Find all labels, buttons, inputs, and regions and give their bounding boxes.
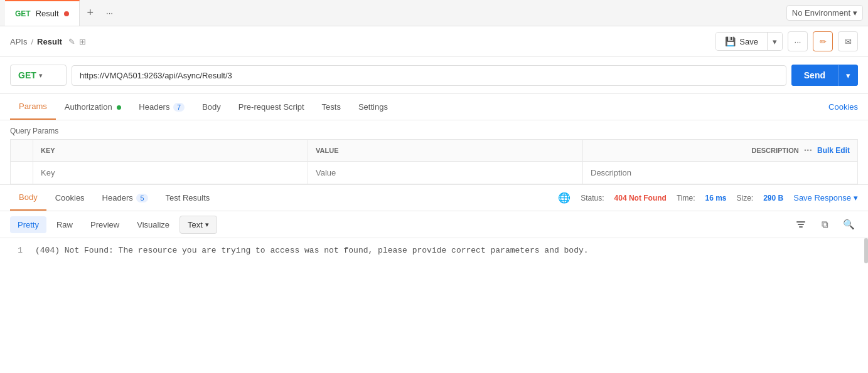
breadcrumb-parent[interactable]: APIs — [10, 37, 27, 46]
filter-icon — [796, 221, 805, 228]
search-icon: 🔍 — [843, 219, 855, 230]
scrollbar-track[interactable] — [864, 238, 868, 263]
toolbar: APIs / Result ✎ ⊞ 💾 Save ▾ ··· ✏ ✉ — [0, 26, 868, 57]
time-value: 16 ms — [705, 194, 726, 202]
copy-button[interactable]: ⧉ — [815, 215, 834, 234]
breadcrumb: APIs / Result ✎ ⊞ — [10, 37, 710, 46]
line-number: 1 — [10, 246, 23, 255]
format-actions: ⧉ 🔍 — [791, 215, 858, 234]
time-label: Time: — [677, 194, 695, 202]
response-tabs-bar: Body Cookies Headers 5 Test Results 🌐 St… — [0, 185, 868, 211]
new-tab-button[interactable]: + — [80, 0, 102, 26]
chevron-down-icon: ▾ — [854, 193, 858, 202]
authorization-dot — [117, 105, 121, 110]
active-tab[interactable]: GET Result — [5, 0, 80, 26]
send-dropdown-button[interactable]: ▾ — [838, 65, 858, 86]
breadcrumb-current: Result — [37, 37, 62, 46]
description-input[interactable] — [591, 168, 850, 177]
method-selector[interactable]: GET ▾ — [10, 65, 67, 86]
tab-authorization[interactable]: Authorization — [56, 95, 131, 119]
fmt-tab-pretty[interactable]: Pretty — [10, 216, 46, 233]
tab-params[interactable]: Params — [10, 94, 56, 120]
save-button-group: 💾 Save ▾ — [715, 32, 783, 51]
pencil-icon: ✏ — [820, 37, 827, 46]
resp-tab-cookies[interactable]: Cookies — [46, 186, 94, 210]
resp-tab-headers[interactable]: Headers 5 — [94, 186, 157, 210]
comment-button[interactable]: ✉ — [838, 31, 858, 51]
search-button[interactable]: 🔍 — [839, 215, 858, 234]
globe-icon: 🌐 — [558, 192, 571, 204]
request-tabs: Params Authorization Headers 7 Body Pre-… — [0, 94, 868, 120]
size-value: 290 B — [763, 194, 783, 202]
method-label: GET — [18, 70, 36, 80]
chevron-down-icon: ▾ — [205, 221, 209, 229]
copy-icon: ⧉ — [822, 219, 828, 230]
fmt-tab-raw[interactable]: Raw — [49, 216, 80, 233]
tab-title: Result — [36, 9, 59, 18]
save-response-button[interactable]: Save Response ▾ — [793, 193, 858, 202]
key-column-header: KEY — [33, 140, 308, 162]
format-bar: Pretty Raw Preview Visualize Text ▾ ⧉ 🔍 — [0, 211, 868, 238]
fmt-tab-visualize[interactable]: Visualize — [129, 216, 177, 233]
more-options-icon[interactable]: ··· — [804, 145, 812, 156]
url-input[interactable] — [72, 65, 786, 86]
chevron-down-icon: ▾ — [773, 37, 777, 46]
url-bar: GET ▾ Send ▾ — [0, 57, 868, 94]
save-button[interactable]: 💾 Save — [716, 33, 768, 50]
value-column-header: VALUE — [308, 140, 583, 162]
code-line: 1 (404) Not Found: The resource you are … — [10, 246, 858, 255]
edit-button[interactable]: ✏ — [813, 31, 833, 51]
query-params-label: Query Params — [10, 120, 858, 139]
comment-icon: ✉ — [845, 37, 852, 46]
resp-tab-body[interactable]: Body — [10, 185, 46, 211]
scrollbar-thumb[interactable] — [864, 238, 868, 263]
headers-badge: 7 — [173, 103, 185, 112]
fmt-tab-preview[interactable]: Preview — [83, 216, 127, 233]
edit-icon[interactable]: ✎ — [68, 37, 75, 46]
tab-settings[interactable]: Settings — [350, 95, 397, 119]
response-body: 1 (404) Not Found: The resource you are … — [0, 238, 868, 263]
link-icon[interactable]: ⊞ — [79, 37, 86, 46]
query-params-section: Query Params KEY VALUE DESCRIPTION ··· B… — [0, 120, 868, 184]
cookies-link[interactable]: Cookies — [828, 102, 858, 112]
description-column-header: DESCRIPTION ··· Bulk Edit — [583, 140, 858, 162]
tab-dot — [64, 11, 69, 16]
response-status: 🌐 Status: 404 Not Found Time: 16 ms Size… — [558, 192, 858, 204]
code-content: (404) Not Found: The resource you are tr… — [35, 246, 589, 255]
key-input[interactable] — [41, 168, 300, 177]
send-button[interactable]: Send — [791, 65, 838, 86]
environment-label: No Environment — [792, 8, 850, 18]
filter-button[interactable] — [791, 215, 810, 234]
chevron-down-icon: ▾ — [846, 71, 850, 80]
tab-prerequest[interactable]: Pre-request Script — [230, 95, 313, 119]
chevron-down-icon: ▾ — [853, 8, 857, 18]
breadcrumb-separator: / — [31, 37, 33, 46]
tab-tests[interactable]: Tests — [313, 95, 350, 119]
size-label: Size: — [737, 194, 754, 202]
value-input[interactable] — [316, 168, 575, 177]
tab-method: GET — [15, 9, 31, 18]
environment-selector[interactable]: No Environment ▾ — [786, 5, 863, 21]
toolbar-actions: 💾 Save ▾ ··· ✏ ✉ — [715, 31, 858, 51]
tab-bar: GET Result + ··· No Environment ▾ — [0, 0, 868, 26]
chevron-down-icon: ▾ — [39, 71, 43, 80]
response-section: Body Cookies Headers 5 Test Results 🌐 St… — [0, 184, 868, 263]
resp-tab-testresults[interactable]: Test Results — [157, 186, 219, 210]
save-dropdown-button[interactable]: ▾ — [768, 33, 782, 50]
bulk-edit-button[interactable]: Bulk Edit — [817, 146, 850, 155]
tab-body[interactable]: Body — [193, 95, 230, 119]
resp-headers-badge: 5 — [136, 194, 147, 202]
params-table: KEY VALUE DESCRIPTION ··· Bulk Edit — [10, 139, 858, 184]
tabs-more-button[interactable]: ··· — [101, 0, 118, 26]
more-options-button[interactable]: ··· — [788, 31, 808, 51]
text-format-selector[interactable]: Text ▾ — [179, 216, 217, 234]
status-label: Status: — [581, 194, 604, 202]
table-row — [11, 162, 858, 184]
tab-headers[interactable]: Headers 7 — [130, 95, 193, 119]
status-code: 404 Not Found — [614, 194, 667, 202]
